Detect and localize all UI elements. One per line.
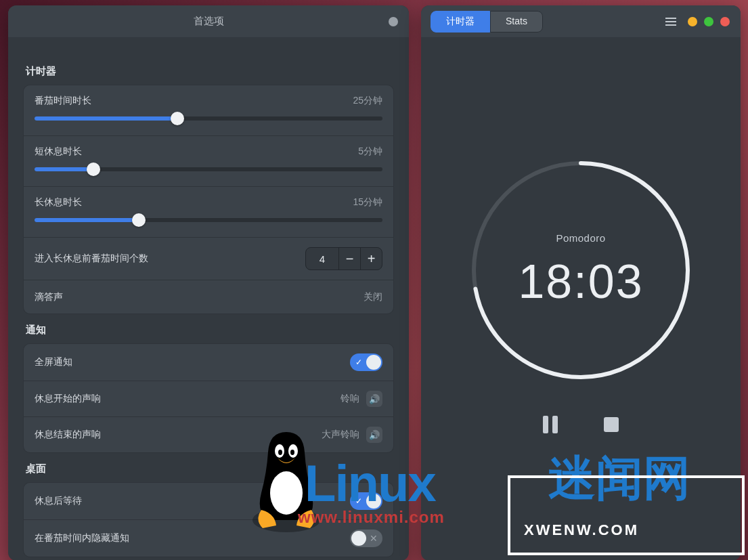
watermark-url: www.linuxmi.com	[298, 508, 445, 527]
close-icon[interactable]	[720, 17, 730, 26]
row-long-break-count: 进入长休息前番茄时间个数 − +	[23, 238, 394, 280]
fullscreen-notify-label: 全屏通知	[35, 356, 72, 368]
timer-mode-label: Pomodoro	[556, 232, 605, 244]
short-break-slider[interactable]	[35, 167, 382, 171]
card-notify: 全屏通知 ✓ 休息开始的声响 铃响 🔊 休息结束的声响 大声铃响 🔊	[23, 343, 394, 453]
svg-point-6	[278, 450, 282, 455]
watermark-linux: Linux	[305, 454, 435, 513]
start-sound-label: 休息开始的声响	[35, 393, 101, 405]
short-break-label: 短休息时长	[35, 146, 82, 158]
maximize-icon[interactable]	[704, 17, 713, 26]
short-break-value: 5分钟	[358, 146, 382, 158]
increment-button[interactable]: +	[360, 248, 382, 270]
watermark-box-text: XWENW.COM	[524, 521, 639, 539]
hide-notify-toggle[interactable]: ✕	[350, 530, 382, 547]
pomodoro-duration-slider[interactable]	[35, 116, 382, 121]
fullscreen-notify-toggle[interactable]: ✓	[350, 353, 382, 371]
row-start-sound[interactable]: 休息开始的声响 铃响 🔊	[23, 381, 394, 417]
timer-time: 18:03	[518, 255, 643, 309]
volume-icon[interactable]: 🔊	[366, 427, 382, 443]
end-sound-label: 休息结束的声响	[35, 429, 101, 441]
prefs-title: 首选项	[8, 15, 409, 28]
prefs-header[interactable]: 首选项	[8, 5, 409, 38]
row-pomodoro-duration: 番茄时间时长 25分钟	[23, 85, 394, 136]
long-break-count-label: 进入长休息前番茄时间个数	[35, 253, 148, 265]
section-notify-title: 通知	[26, 324, 394, 337]
card-timer: 番茄时间时长 25分钟 短休息时长 5分钟 长休息时长	[23, 85, 394, 314]
row-long-break-duration: 长休息时长 15分钟	[23, 187, 394, 238]
tab-stats[interactable]: Stats	[490, 11, 543, 33]
pause-icon	[543, 416, 558, 433]
row-fullscreen-notify: 全屏通知 ✓	[23, 343, 394, 381]
wait-after-break-label: 休息后等待	[35, 495, 82, 507]
timer-controls	[531, 406, 630, 444]
pomodoro-duration-value: 25分钟	[353, 95, 382, 107]
start-sound-value: 铃响	[340, 393, 359, 405]
stop-icon	[604, 417, 619, 432]
watermark-box	[508, 475, 745, 555]
progress-ring[interactable]: Pomodoro 18:03	[466, 155, 696, 385]
tick-sound-value: 关闭	[364, 291, 382, 303]
tick-sound-label: 滴答声	[35, 291, 63, 303]
svg-point-7	[290, 450, 294, 455]
menu-icon[interactable]	[659, 12, 682, 32]
long-break-label: 长休息时长	[35, 196, 82, 209]
minimize-icon[interactable]	[688, 17, 697, 26]
section-timer-title: 计时器	[26, 65, 394, 78]
timer-header[interactable]: 计时器 Stats	[421, 5, 741, 38]
window-controls	[688, 17, 730, 26]
long-break-count-spin: − +	[305, 247, 382, 270]
close-icon[interactable]	[389, 17, 398, 26]
long-break-count-input[interactable]	[306, 249, 338, 269]
long-break-slider[interactable]	[35, 218, 382, 222]
timer-tabs: 计时器 Stats	[431, 11, 543, 33]
pause-button[interactable]	[531, 406, 569, 444]
row-end-sound[interactable]: 休息结束的声响 大声铃响 🔊	[23, 417, 394, 453]
long-break-value: 15分钟	[353, 196, 382, 209]
stop-button[interactable]	[592, 406, 630, 444]
tab-timer[interactable]: 计时器	[431, 11, 490, 33]
row-short-break-duration: 短休息时长 5分钟	[23, 136, 394, 187]
hide-notify-label: 在番茄时间内隐藏通知	[35, 532, 129, 544]
pomodoro-duration-label: 番茄时间时长	[35, 95, 91, 107]
volume-icon[interactable]: 🔊	[366, 391, 382, 407]
decrement-button[interactable]: −	[338, 248, 360, 270]
row-tick-sound[interactable]: 滴答声 关闭	[23, 280, 394, 314]
